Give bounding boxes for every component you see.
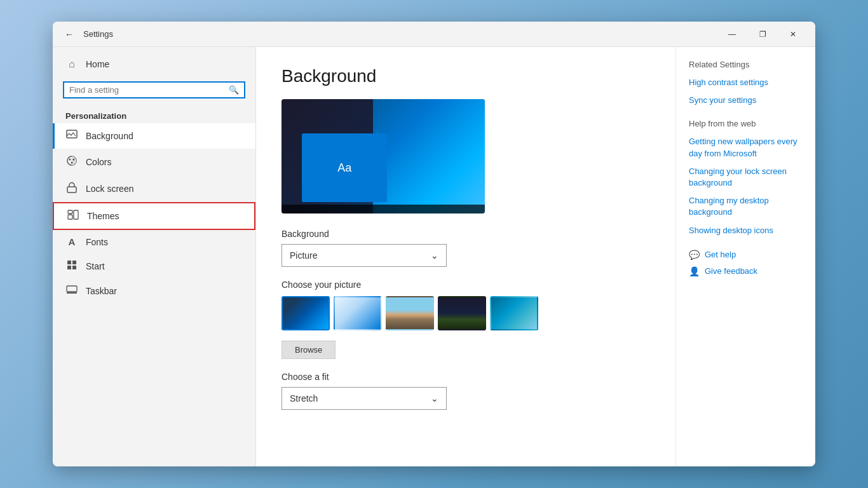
related-settings-title: Related Settings: [689, 60, 803, 69]
sidebar-colors-label: Colors: [86, 157, 111, 167]
svg-point-3: [73, 159, 75, 161]
close-button[interactable]: ✕: [778, 24, 808, 44]
sidebar-taskbar-label: Taskbar: [86, 286, 117, 296]
background-preview: Aa: [281, 99, 485, 214]
preview-desktop-icon: Aa: [302, 133, 387, 202]
picture-thumb-2[interactable]: [334, 296, 382, 330]
main-content: Background Aa Background Picture ⌄ Choos…: [256, 47, 675, 466]
sidebar: ⌂ Home 🔍 Personalization Background: [53, 47, 256, 466]
desktop-icons-link[interactable]: Showing desktop icons: [689, 225, 803, 236]
give-feedback-item: 👤 Give feedback: [689, 266, 803, 277]
svg-point-2: [69, 159, 71, 161]
changing-desktop-link[interactable]: Changing my desktop background: [689, 195, 803, 218]
sidebar-item-background[interactable]: Background: [53, 123, 255, 149]
sidebar-fonts-label: Fonts: [86, 237, 108, 247]
home-icon: ⌂: [65, 58, 78, 70]
related-settings-section: Related Settings High contrast settings …: [689, 60, 803, 106]
preview-wallpaper: [373, 99, 485, 214]
background-dropdown-value: Picture: [290, 250, 318, 261]
svg-rect-5: [67, 187, 76, 193]
fit-dropdown-chevron: ⌄: [431, 393, 438, 403]
picture-thumb-1[interactable]: [281, 296, 330, 330]
background-dropdown-chevron: ⌄: [431, 250, 438, 261]
fit-label: Choose a fit: [281, 372, 650, 382]
taskbar-icon: [65, 285, 78, 297]
get-help-icon: 💬: [689, 250, 700, 260]
sidebar-themes-label: Themes: [87, 211, 119, 221]
sidebar-item-home[interactable]: ⌂ Home: [53, 52, 255, 76]
svg-rect-9: [67, 261, 71, 264]
svg-rect-11: [67, 266, 71, 269]
svg-rect-13: [67, 286, 77, 292]
svg-rect-7: [68, 215, 72, 219]
high-contrast-link[interactable]: High contrast settings: [689, 77, 803, 88]
browse-button[interactable]: Browse: [281, 341, 336, 359]
sidebar-section-title: Personalization: [53, 106, 255, 123]
related-settings-panel: Related Settings High contrast settings …: [675, 47, 815, 466]
search-input[interactable]: [69, 85, 225, 95]
sidebar-item-lock-screen[interactable]: Lock screen: [53, 175, 255, 202]
svg-point-4: [71, 162, 73, 164]
back-button[interactable]: ←: [60, 25, 78, 43]
changing-lock-screen-link[interactable]: Changing your lock screen background: [689, 166, 803, 189]
titlebar: ← Settings — ❐ ✕: [53, 22, 815, 47]
svg-rect-14: [67, 292, 77, 294]
sidebar-background-label: Background: [86, 131, 133, 141]
help-actions: 💬 Get help 👤 Give feedback: [689, 249, 803, 277]
minimize-button[interactable]: —: [717, 24, 747, 44]
fit-dropdown[interactable]: Stretch ⌄: [281, 387, 447, 410]
fit-dropdown-value: Stretch: [290, 393, 318, 403]
sidebar-search-box[interactable]: 🔍: [63, 81, 245, 98]
picture-thumb-3[interactable]: [386, 296, 434, 330]
background-icon: [65, 130, 78, 142]
lock-screen-icon: [65, 182, 78, 196]
new-wallpapers-link[interactable]: Getting new wallpapers every day from Mi…: [689, 136, 803, 159]
picture-thumb-5[interactable]: [490, 296, 538, 330]
help-from-web-title: Help from the web: [689, 119, 803, 128]
help-from-web-section: Help from the web Getting new wallpapers…: [689, 119, 803, 236]
svg-rect-8: [74, 210, 78, 219]
picture-thumb-4[interactable]: [438, 296, 486, 330]
choose-picture-label: Choose your picture: [281, 280, 650, 290]
sidebar-home-label: Home: [86, 59, 109, 69]
background-dropdown-label: Background: [281, 229, 650, 239]
get-help-link[interactable]: Get help: [705, 249, 736, 261]
start-icon: [65, 260, 78, 273]
maximize-button[interactable]: ❐: [748, 24, 777, 44]
sidebar-start-label: Start: [86, 261, 105, 271]
page-title: Background: [281, 66, 650, 86]
themes-icon: [67, 210, 79, 222]
search-icon: 🔍: [229, 85, 239, 95]
fonts-icon: A: [65, 236, 78, 247]
window-title: Settings: [83, 29, 717, 39]
get-help-item: 💬 Get help: [689, 249, 803, 261]
svg-rect-6: [68, 210, 72, 214]
svg-rect-12: [72, 266, 76, 269]
svg-rect-10: [72, 261, 76, 264]
content-area: ⌂ Home 🔍 Personalization Background: [53, 47, 815, 466]
sidebar-item-colors[interactable]: Colors: [53, 149, 255, 175]
sidebar-item-fonts[interactable]: A Fonts: [53, 230, 255, 254]
background-type-dropdown[interactable]: Picture ⌄: [281, 244, 447, 267]
sidebar-item-start[interactable]: Start: [53, 254, 255, 279]
sync-settings-link[interactable]: Sync your settings: [689, 95, 803, 106]
sidebar-item-taskbar[interactable]: Taskbar: [53, 279, 255, 303]
picture-grid: [281, 296, 650, 330]
settings-window: ← Settings — ❐ ✕ ⌂ Home 🔍 Personalizatio…: [53, 22, 815, 466]
give-feedback-link[interactable]: Give feedback: [705, 266, 757, 277]
sidebar-item-themes[interactable]: Themes: [53, 202, 255, 230]
preview-taskbar: [281, 205, 485, 214]
give-feedback-icon: 👤: [689, 266, 700, 276]
sidebar-lock-screen-label: Lock screen: [86, 184, 133, 194]
window-controls: — ❐ ✕: [717, 24, 808, 44]
colors-icon: [65, 155, 78, 169]
